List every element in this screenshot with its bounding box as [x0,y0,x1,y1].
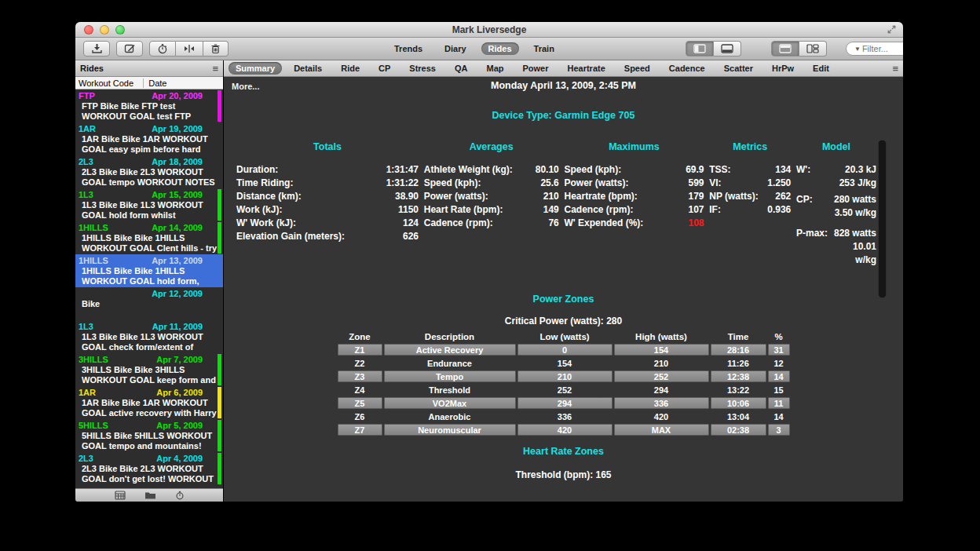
zone-cell: 28:16 [711,344,766,356]
ride-list-item[interactable]: 3HILLSApr 7, 20093HILLS Bike Bike 3HILLS… [75,353,223,386]
ride-row-heading: 1HILLSApr 14, 2009 [79,223,220,233]
interval-timer-button[interactable] [149,41,176,57]
sidebar-menu-icon[interactable]: ≡ [212,64,218,74]
zone-column-header: Description [384,332,516,341]
metric-value: 1:31:47 [386,163,419,177]
ride-row-heading: 1ARApr 6, 2009 [79,388,220,398]
filter-input[interactable] [862,44,903,53]
single-view-button[interactable] [771,41,799,57]
zone-cell: 210 [517,370,612,382]
filter-box[interactable]: ▼ [846,42,903,56]
download-ride-button[interactable] [83,41,110,57]
folder-icon [144,491,156,500]
ride-list-item[interactable]: 1ARApr 6, 20091AR Bike Bike 1AR WORKOUT … [75,386,223,419]
ride-list-item[interactable]: 1L3Apr 3, 2009 [75,485,223,488]
ride-list-item[interactable]: 1HILLSApr 14, 20091HILLS Bike Bike 1HILL… [75,221,223,254]
app-tab-rides[interactable]: Rides [481,42,519,55]
sidebar-title: Rides [80,64,104,73]
window-titlebar[interactable]: Mark Liversedge [75,22,903,38]
ride-code: 1L3 [79,190,93,200]
tab-cadence[interactable]: Cadence [662,62,712,75]
zone-column-header: Time [711,332,766,341]
tab-edit[interactable]: Edit [806,62,836,75]
ride-list-item[interactable]: 5HILLSApr 5, 20095HILLS Bike 5HILLS WORK… [75,419,223,452]
filter-menu-caret-icon[interactable]: ▼ [854,46,861,53]
ride-description: 1HILLS Bike Bike 1HILLS WORKOUT GOAL hol… [79,266,220,286]
close-window-button[interactable] [84,25,93,35]
manual-entry-button[interactable] [116,41,143,57]
ride-row-heading: 1L3Apr 11, 2009 [79,322,220,332]
metric-value: 25.6 [540,177,558,190]
ride-list-item[interactable]: 2L3Apr 18, 20092L3 Bike Bike 2L3 WORKOUT… [75,155,223,188]
delete-ride-button[interactable] [203,41,229,57]
tab-qa[interactable]: QA [448,62,475,75]
ride-list-item[interactable]: FTPApr 20, 2009FTP Bike Bike FTP test WO… [75,89,223,122]
tab-stress[interactable]: Stress [402,62,443,75]
ride-code: 1AR [79,124,96,134]
open-folder-button[interactable] [144,491,156,500]
ride-list-item[interactable]: 1L3Apr 15, 20091L3 Bike Bike 1L3 WORKOUT… [75,188,223,221]
tab-power[interactable]: Power [515,62,555,75]
toggle-bottom-panel-button[interactable] [714,41,741,57]
metric-value: 1150 [398,203,419,217]
tab-heartrate[interactable]: Heartrate [561,62,612,75]
ride-date: Apr 19, 2009 [152,124,220,134]
zone-cell: 154 [614,344,709,356]
stopwatch-button[interactable] [175,491,185,500]
summary-section-model: ModelW':20.3 kJ253 J/kgCP:280 watts3.50 … [796,141,876,267]
ride-code: 5HILLS [79,421,108,431]
minimize-window-button[interactable] [100,25,109,35]
tab-hrpw[interactable]: HrPw [765,62,801,75]
tiled-view-button[interactable] [799,41,827,57]
download-icon [91,43,103,54]
ride-color-stripe [218,222,221,254]
zone-column-header: Low (watts) [517,332,612,341]
resize-grip-icon[interactable] [887,24,897,35]
column-header-workout-code[interactable]: Workout Code [75,78,143,88]
zone-cell: Z2 [338,357,382,369]
tab-summary[interactable]: Summary [229,62,282,75]
tab-cp[interactable]: CP [371,62,397,75]
scrollbar-thumb[interactable] [879,140,886,297]
ride-color-stripe [218,387,221,418]
app-tab-train[interactable]: Train [527,42,561,55]
zone-cell: Z5 [338,397,382,409]
tab-speed[interactable]: Speed [617,62,657,75]
ride-list-item[interactable]: 2L3Apr 4, 20092L3 Bike Bike 2L3 WORKOUT … [75,452,223,485]
metric-row: TSS:134 [709,163,791,177]
ride-list-item[interactable]: 1ARApr 19, 20091AR Bike Bike 1AR WORKOUT… [75,122,223,155]
calendar-button[interactable] [115,491,126,500]
tab-ride[interactable]: Ride [334,62,367,75]
metric-row: Heart Rate (bpm):149 [424,203,559,217]
app-tab-trends[interactable]: Trends [387,42,430,55]
zoom-window-button[interactable] [115,25,125,35]
bottom-panel-toggle-icon [721,44,733,53]
tab-scatter[interactable]: Scatter [717,62,760,75]
power-zones-title: Power Zones [224,294,903,305]
ride-tools-group [149,41,229,57]
zone-column-header: High (watts) [614,332,709,341]
metric-row: Distance (km):38.90 [236,190,419,203]
summary-view: More... Monday April 13, 2009, 2:45 PM D… [224,77,903,502]
metric-value: 1:31:22 [386,177,419,190]
metric-row: 3.50 w/kg [796,206,876,220]
app-tab-diary[interactable]: Diary [437,42,474,55]
split-ride-button[interactable] [176,41,203,57]
metric-label: Cadence (rpm): [565,203,634,217]
ride-list-item[interactable]: 1HILLSApr 13, 20091HILLS Bike Bike 1HILL… [75,254,223,287]
tab-map[interactable]: Map [479,62,510,75]
metric-label: NP (watts): [709,190,758,203]
metric-value: 626 [403,230,419,243]
ride-date: Apr 15, 2009 [152,190,220,200]
view-menu-icon[interactable]: ≡ [892,64,898,74]
ride-list-item[interactable]: Apr 12, 2009Bike [75,287,223,320]
zone-cell: Z1 [338,344,382,356]
more-link[interactable]: More... [232,82,259,91]
column-header-date[interactable]: Date [144,78,223,88]
ride-list-item[interactable]: 1L3Apr 11, 20091L3 Bike Bike 1L3 WORKOUT… [75,320,223,353]
metric-label: CP: [796,193,813,206]
zone-cell: 420 [517,424,612,436]
ride-code: 2L3 [79,157,93,167]
toggle-sidebar-button[interactable] [686,41,714,57]
tab-details[interactable]: Details [287,62,329,75]
